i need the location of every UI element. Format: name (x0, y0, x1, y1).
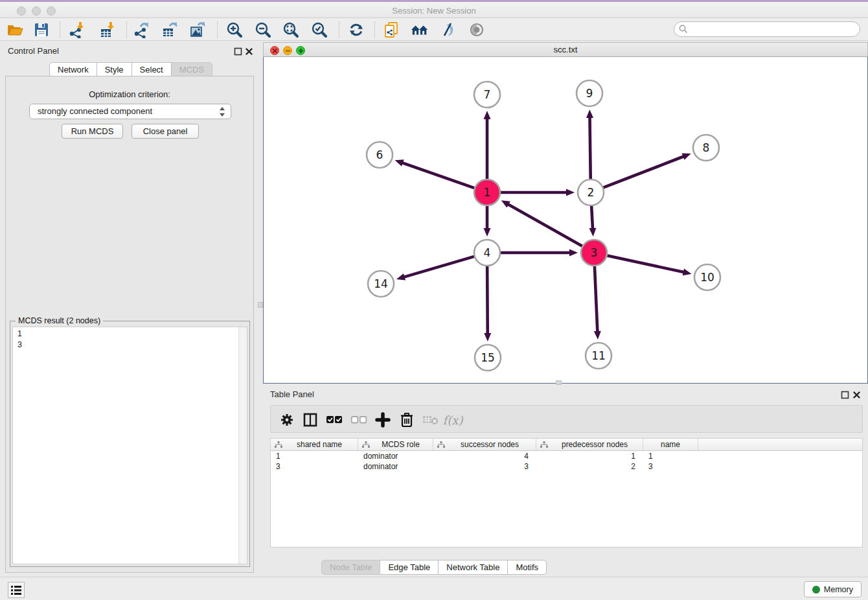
graph-edge-3-11[interactable] (595, 266, 597, 332)
tab-motifs[interactable]: Motifs (508, 560, 547, 575)
zoom-selected-icon[interactable] (310, 21, 328, 39)
node-table[interactable]: shared nameMCDS rolesuccessor nodesprede… (270, 438, 863, 548)
close-panel-icon[interactable] (245, 47, 253, 55)
graph-edge-2-8[interactable] (604, 156, 685, 187)
search-input[interactable] (674, 21, 860, 37)
column-header-predecessor-nodes[interactable]: predecessor nodes (536, 439, 643, 450)
deselect-all-columns-icon[interactable] (350, 411, 367, 428)
export-network-icon[interactable] (132, 21, 150, 39)
home-icon[interactable] (411, 21, 429, 39)
delete-column-icon[interactable] (398, 411, 415, 428)
node-table-body: 1dominator4113dominator323 (271, 451, 862, 472)
table-cell[interactable]: dominator (358, 451, 433, 461)
zoom-in-icon[interactable] (225, 21, 244, 39)
apply-layout-icon[interactable] (347, 21, 365, 39)
zoom-out-icon[interactable] (254, 21, 272, 39)
graph-node-label: 4 (484, 246, 491, 259)
table-cell[interactable]: 3 (433, 461, 536, 472)
mcds-panel: Optimization criterion: strongly connect… (5, 76, 254, 573)
table-cell[interactable]: 3 (271, 461, 358, 472)
graph-node-label: 14 (374, 277, 388, 290)
graph-edge-3-10[interactable] (608, 255, 685, 272)
table-panel-tabs: Node TableEdge TableNetwork TableMotifs (0, 560, 868, 575)
tab-node-table[interactable]: Node Table (321, 560, 381, 575)
graph-node-label: 15 (481, 351, 495, 364)
graph-node-label: 3 (591, 246, 598, 259)
window-title: Session: New Session (0, 6, 868, 16)
open-session-icon[interactable] (6, 21, 24, 39)
split-panel-icon[interactable] (302, 411, 319, 428)
graph-edge-arrowhead (569, 249, 578, 257)
network-window-title: scc.txt (264, 45, 867, 54)
mcds-result-group: MCDS result (2 nodes) 13 (10, 321, 250, 567)
table-cell[interactable]: 4 (433, 451, 536, 461)
table-cell[interactable]: dominator (358, 461, 433, 472)
criterion-select[interactable]: strongly connected component (29, 104, 231, 119)
export-image-icon[interactable] (188, 21, 207, 39)
control-panel-header: Control Panel (0, 42, 259, 60)
float-panel-icon[interactable] (234, 47, 242, 55)
tab-style[interactable]: Style (97, 62, 132, 77)
zoom-fit-icon[interactable] (282, 21, 300, 39)
clone-network-icon[interactable] (382, 21, 400, 39)
column-header-successor-nodes[interactable]: successor nodes (433, 439, 536, 450)
graph-edge-4-15[interactable] (487, 266, 488, 334)
graph-edge-2-9[interactable] (589, 117, 590, 179)
run-mcds-button[interactable]: Run MCDS (62, 124, 123, 139)
tab-network-table[interactable]: Network Table (439, 560, 508, 575)
column-header-shared-name[interactable]: shared name (271, 439, 358, 450)
graph-node-label: 9 (586, 87, 593, 100)
graph-edge-arrowhead (589, 228, 596, 237)
import-network-icon[interactable] (67, 21, 86, 39)
table-cell[interactable]: 1 (643, 451, 698, 461)
tab-network[interactable]: Network (49, 62, 97, 77)
delete-table-icon[interactable] (422, 411, 439, 428)
graph-edge-3-1[interactable] (507, 204, 582, 246)
application-window: Session: New Session (0, 0, 868, 600)
graph-edge-arrowhead (594, 331, 601, 340)
table-row[interactable]: 3dominator323 (271, 461, 862, 472)
network-view-canvas[interactable]: 7968124314101511 (263, 57, 868, 384)
column-header-name[interactable]: name (643, 439, 698, 450)
table-cell[interactable]: 2 (536, 461, 643, 472)
horizontal-splitter-handle[interactable] (556, 380, 562, 385)
table-row[interactable]: 1dominator411 (271, 451, 862, 461)
memory-button[interactable]: Memory (804, 581, 862, 597)
graph-node-label: 10 (700, 271, 714, 284)
result-scrollbar[interactable] (238, 327, 247, 564)
table-cell[interactable]: 1 (536, 451, 643, 461)
table-options-icon[interactable] (279, 411, 295, 428)
titlebar: Session: New Session (0, 0, 868, 18)
export-table-icon[interactable] (161, 21, 179, 39)
network-window-titlebar[interactable]: scc.txt (263, 42, 868, 57)
mcds-result-list[interactable]: 13 (12, 327, 247, 564)
table-float-panel-icon[interactable] (841, 390, 849, 398)
tab-select[interactable]: Select (132, 62, 172, 77)
table-cell[interactable]: 3 (643, 461, 698, 472)
add-column-icon[interactable] (374, 411, 391, 428)
table-cell[interactable]: 1 (271, 451, 358, 461)
graph-edge-2-3[interactable] (591, 206, 593, 229)
tab-mcds[interactable]: MCDS (172, 62, 212, 77)
vertical-splitter-handle[interactable] (258, 302, 263, 308)
close-panel-button[interactable]: Close panel (131, 124, 199, 139)
graph-edge-4-14[interactable] (404, 257, 474, 277)
graphics-details-icon[interactable] (439, 21, 457, 39)
graph-node-label: 11 (591, 349, 606, 362)
save-session-icon[interactable] (32, 21, 51, 39)
function-builder-icon[interactable]: f(x) (444, 411, 461, 428)
table-close-panel-icon[interactable] (852, 390, 861, 398)
column-header-mcds-role[interactable]: MCDS role (358, 439, 433, 450)
graph-edge-arrowhead (395, 159, 404, 166)
select-stepper-icon (219, 106, 225, 122)
import-table-icon[interactable] (98, 21, 116, 39)
graph-edge-1-6[interactable] (402, 163, 474, 188)
graph-node-label: 1 (484, 186, 491, 199)
tab-edge-table[interactable]: Edge Table (380, 560, 439, 575)
optimization-criterion-label: Optimization criterion: (6, 89, 253, 99)
birds-eye-view-icon[interactable] (468, 21, 486, 39)
select-all-columns-icon[interactable] (326, 411, 343, 428)
network-graph: 7968124314101511 (264, 57, 867, 382)
search-icon (679, 25, 688, 34)
task-history-button[interactable] (8, 582, 25, 598)
